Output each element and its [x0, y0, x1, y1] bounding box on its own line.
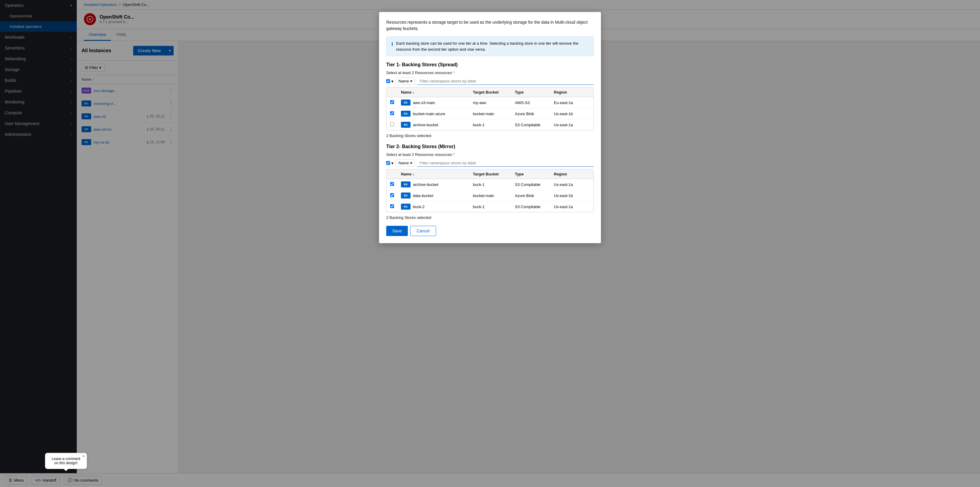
- tier1-filter-name-select[interactable]: Name ▾: [396, 77, 415, 85]
- info-icon: ℹ: [391, 40, 393, 52]
- tier1-filter-row: ▾ Name ▾: [386, 77, 594, 85]
- modal-overlay: Resources represents a storage target to…: [0, 0, 980, 487]
- row2-name: bucket-main-azure: [413, 111, 445, 116]
- tier1-col-target-bucket: Target Bucket: [473, 90, 515, 94]
- row2-target-bucket: bucket-main: [473, 111, 515, 116]
- tier2-selected-count: 2 Backing Stores selected: [386, 215, 594, 220]
- tier1-title: Tier 1- Backing Stores (Spread): [386, 62, 594, 67]
- t2row2-target-bucket: bucket-main: [473, 193, 515, 198]
- row3-checkbox-cell[interactable]: [390, 123, 401, 127]
- tier2-filter-name-caret: ▾: [410, 161, 412, 165]
- table-row: BS data-bucket bucket-main Azure Blob Us…: [387, 190, 593, 201]
- row1-name-cell: BS aws-s3-main: [401, 100, 473, 105]
- row1-target-bucket: my-aws: [473, 100, 515, 105]
- row3-region: Us-east-1a: [554, 123, 590, 127]
- t2row2-badge: BS: [401, 193, 410, 199]
- tier2-table-header: Name ↓ Target Bucket Type Region: [387, 169, 593, 179]
- tier2-col-name[interactable]: Name ↓: [401, 172, 473, 176]
- t2row2-checkbox-cell[interactable]: [390, 193, 401, 198]
- tier2-col-region: Region: [554, 172, 590, 176]
- t2row1-name: archive-bucket: [413, 182, 438, 187]
- tier2-filter-name-select[interactable]: Name ▾: [396, 159, 415, 167]
- tier2-col-checkbox: [390, 172, 401, 176]
- tier2-filter-row: ▾ Name ▾: [386, 159, 594, 167]
- tier1-col-region: Region: [554, 90, 590, 94]
- tier1-selected-count: 2 Backing Stores selected: [386, 134, 594, 138]
- row1-region: Eu-east-1a: [554, 100, 590, 105]
- comment-bubble: ✕ Leave a comment on this design!: [45, 453, 87, 469]
- sort-icon-2: ↓: [413, 172, 415, 176]
- row1-checkbox-cell[interactable]: [390, 100, 401, 105]
- t2row3-checkbox-cell[interactable]: [390, 204, 401, 209]
- t2row1-type: S3 Compitable: [515, 182, 554, 187]
- tier2-col-type: Type: [515, 172, 554, 176]
- row1-type: AWS-S3: [515, 100, 554, 105]
- row2-checkbox-cell[interactable]: [390, 111, 401, 116]
- cancel-button[interactable]: Cancel: [410, 226, 436, 236]
- tier1-filter-name-caret: ▾: [410, 79, 412, 83]
- tier2-select-all-checkbox[interactable]: ▾: [386, 161, 393, 166]
- tier1-col-type: Type: [515, 90, 554, 94]
- tier2-filter-name-label: Name: [399, 161, 409, 165]
- tier1-section: Tier 1- Backing Stores (Spread) Select a…: [386, 62, 594, 138]
- tier2-select-all-input[interactable]: [386, 161, 390, 165]
- row2-type: Azure Blob: [515, 111, 554, 116]
- required-marker-2: *: [453, 152, 455, 157]
- row2-checkbox[interactable]: [390, 111, 394, 115]
- row3-name: archive-bucket: [413, 123, 438, 127]
- tier2-filter-input[interactable]: [417, 159, 594, 167]
- table-row: BS buck-2 buck-1 S3 Compitable Us-east-1…: [387, 201, 593, 212]
- tier1-table: Name ↓ Target Bucket Type Region BS aws-…: [386, 87, 594, 131]
- t2row2-region: Us-east-1b: [554, 193, 590, 198]
- save-button[interactable]: Save: [386, 226, 408, 236]
- tier1-checkbox-dropdown[interactable]: ▾: [391, 79, 393, 84]
- table-row: BS aws-s3-main my-aws AWS-S3 Eu-east-1a: [387, 97, 593, 108]
- info-banner: ℹ Each backing store can be used for one…: [386, 37, 594, 56]
- row2-name-cell: BS bucket-main-azure: [401, 111, 473, 117]
- row1-name: aws-s3-main: [413, 100, 435, 105]
- tier1-filter-input[interactable]: [417, 78, 594, 85]
- t2row3-checkbox[interactable]: [390, 204, 394, 208]
- tier1-col-name[interactable]: Name ↓: [401, 90, 473, 94]
- tier2-title: Tier 2- Backing Stores (Mirror): [386, 144, 594, 150]
- tier2-col-target-bucket: Target Bucket: [473, 172, 515, 176]
- t2row3-name-cell: BS buck-2: [401, 204, 473, 210]
- row1-checkbox[interactable]: [390, 100, 394, 104]
- t2row1-checkbox-cell[interactable]: [390, 182, 401, 187]
- tier1-col-checkbox: [390, 90, 401, 94]
- t2row3-region: Us-east-1a: [554, 205, 590, 209]
- t2row1-checkbox[interactable]: [390, 182, 394, 186]
- t2row3-target-bucket: buck-1: [473, 205, 515, 209]
- table-row: BS archive-bucket buck-1 S3 Compitable U…: [387, 179, 593, 190]
- t2row3-type: S3 Compitable: [515, 205, 554, 209]
- t2row1-badge: BS: [401, 181, 410, 188]
- tier1-select-all-checkbox[interactable]: ▾: [386, 79, 393, 84]
- modal-dialog: Resources represents a storage target to…: [379, 12, 601, 243]
- row3-type: S3 Compitable: [515, 123, 554, 127]
- modal-actions: Save Cancel: [386, 226, 594, 236]
- table-row: BS bucket-main-azure bucket-main Azure B…: [387, 108, 593, 119]
- tier1-select-all-input[interactable]: [386, 79, 390, 83]
- comment-text: Leave a comment on this design!: [52, 457, 80, 465]
- row3-checkbox[interactable]: [390, 123, 394, 126]
- tier2-checkbox-dropdown[interactable]: ▾: [391, 161, 393, 166]
- t2row1-name-cell: BS archive-bucket: [401, 181, 473, 188]
- tier1-filter-name-label: Name: [399, 79, 409, 83]
- row2-badge: BS: [401, 111, 410, 117]
- tier2-select-label: Select at least 2 Resources resources *: [386, 152, 594, 157]
- t2row2-type: Azure Blob: [515, 193, 554, 198]
- comment-close-button[interactable]: ✕: [82, 454, 85, 458]
- tier1-table-header: Name ↓ Target Bucket Type Region: [387, 88, 593, 97]
- row3-name-cell: BS archive-bucket: [401, 122, 473, 128]
- required-marker: *: [453, 70, 455, 75]
- t2row1-target-bucket: buck-1: [473, 182, 515, 187]
- t2row1-region: Us-east-1a: [554, 182, 590, 187]
- row2-region: Us-east-1b: [554, 111, 590, 116]
- tier2-section: Tier 2- Backing Stores (Mirror) Select a…: [386, 144, 594, 220]
- tier2-table: Name ↓ Target Bucket Type Region BS arch…: [386, 169, 594, 212]
- tier1-select-label: Select at least 2 Resources resources *: [386, 70, 594, 75]
- row3-target-bucket: buck-1: [473, 123, 515, 127]
- t2row3-name: buck-2: [413, 205, 425, 209]
- row3-badge: BS: [401, 122, 410, 128]
- t2row2-checkbox[interactable]: [390, 193, 394, 197]
